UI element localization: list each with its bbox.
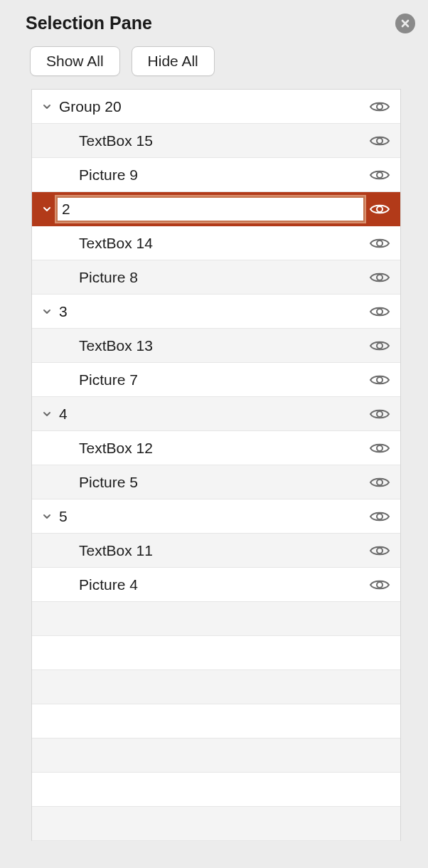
expand-toggle[interactable] <box>39 204 55 214</box>
close-icon <box>400 18 410 28</box>
visibility-toggle[interactable] <box>366 270 390 285</box>
visibility-toggle[interactable] <box>366 168 390 182</box>
chevron-down-icon <box>42 204 52 214</box>
list-item[interactable]: TextBox 13 <box>32 329 400 363</box>
svg-point-7 <box>377 343 382 349</box>
eye-icon <box>369 373 390 387</box>
eye-icon <box>369 202 390 216</box>
close-button[interactable] <box>395 14 415 33</box>
visibility-toggle[interactable] <box>366 373 390 387</box>
visibility-toggle[interactable] <box>366 441 390 455</box>
visibility-toggle[interactable] <box>366 339 390 353</box>
item-label: TextBox 12 <box>55 440 366 457</box>
svg-point-6 <box>377 309 382 314</box>
eye-icon <box>369 270 390 285</box>
svg-point-0 <box>377 104 382 110</box>
list-item[interactable]: Group 20 <box>32 90 400 124</box>
list-item[interactable]: TextBox 11 <box>32 534 400 568</box>
item-label: 4 <box>55 406 366 423</box>
eye-icon <box>369 100 390 114</box>
visibility-toggle[interactable] <box>366 407 390 421</box>
selection-pane: Selection Pane Show All Hide All Group 2… <box>0 0 428 841</box>
svg-point-9 <box>377 411 382 417</box>
svg-point-4 <box>377 240 382 246</box>
svg-point-8 <box>377 377 382 383</box>
empty-row <box>32 602 400 636</box>
empty-row <box>32 807 400 841</box>
visibility-toggle[interactable] <box>366 475 390 489</box>
eye-icon <box>369 339 390 353</box>
item-label: Group 20 <box>55 98 366 115</box>
object-list[interactable]: Group 20TextBox 15Picture 9TextBox 14Pic… <box>31 89 401 841</box>
list-item[interactable]: Picture 5 <box>32 465 400 499</box>
visibility-toggle[interactable] <box>366 100 390 114</box>
empty-row <box>32 704 400 739</box>
svg-point-12 <box>377 514 382 519</box>
visibility-toggle[interactable] <box>366 544 390 558</box>
eye-icon <box>369 578 390 592</box>
expand-toggle[interactable] <box>39 307 55 317</box>
list-item[interactable]: 4 <box>32 397 400 431</box>
svg-point-10 <box>377 445 382 451</box>
empty-row <box>32 670 400 704</box>
item-label: Picture 7 <box>55 371 366 388</box>
svg-point-1 <box>377 138 382 144</box>
empty-row <box>32 636 400 670</box>
svg-point-14 <box>377 582 382 588</box>
item-label: Picture 4 <box>55 576 366 593</box>
eye-icon <box>369 544 390 558</box>
visibility-toggle[interactable] <box>366 509 390 524</box>
item-label: Picture 8 <box>55 269 366 286</box>
visibility-toggle[interactable] <box>366 305 390 319</box>
rename-input[interactable] <box>56 196 365 222</box>
visibility-toggle[interactable] <box>366 202 390 216</box>
empty-row <box>32 773 400 807</box>
empty-row <box>32 739 400 773</box>
eye-icon <box>369 168 390 182</box>
expand-toggle[interactable] <box>39 409 55 419</box>
hide-all-button[interactable]: Hide All <box>132 46 215 76</box>
expand-toggle[interactable] <box>39 102 55 112</box>
visibility-toggle[interactable] <box>366 578 390 592</box>
list-item[interactable]: Picture 4 <box>32 568 400 602</box>
eye-icon <box>369 236 390 250</box>
item-label: TextBox 13 <box>55 337 366 354</box>
list-item[interactable] <box>32 192 400 226</box>
list-item[interactable]: Picture 9 <box>32 158 400 192</box>
toolbar: Show All Hide All <box>0 42 428 89</box>
list-item[interactable]: 5 <box>32 499 400 534</box>
visibility-toggle[interactable] <box>366 134 390 148</box>
list-item[interactable]: TextBox 15 <box>32 124 400 158</box>
item-label: 5 <box>55 508 366 525</box>
list-item[interactable]: TextBox 14 <box>32 226 400 260</box>
list-item[interactable]: Picture 7 <box>32 363 400 397</box>
list-item[interactable]: TextBox 12 <box>32 431 400 465</box>
svg-point-3 <box>377 206 382 212</box>
svg-point-5 <box>377 275 382 280</box>
show-all-button[interactable]: Show All <box>30 46 120 76</box>
item-label: TextBox 11 <box>55 542 366 559</box>
chevron-down-icon <box>42 512 52 522</box>
eye-icon <box>369 509 390 524</box>
item-label: TextBox 14 <box>55 235 366 252</box>
item-label: TextBox 15 <box>55 132 366 149</box>
list-item[interactable]: 3 <box>32 295 400 329</box>
expand-toggle[interactable] <box>39 512 55 522</box>
chevron-down-icon <box>42 102 52 112</box>
visibility-toggle[interactable] <box>366 236 390 250</box>
pane-header: Selection Pane <box>0 9 428 42</box>
rename-input-wrap <box>55 195 366 223</box>
list-item[interactable]: Picture 8 <box>32 260 400 295</box>
eye-icon <box>369 305 390 319</box>
eye-icon <box>369 475 390 489</box>
svg-point-2 <box>377 172 382 178</box>
eye-icon <box>369 441 390 455</box>
item-label: Picture 9 <box>55 166 366 184</box>
pane-title: Selection Pane <box>26 13 152 33</box>
eye-icon <box>369 407 390 421</box>
svg-point-11 <box>377 480 382 485</box>
item-label: 3 <box>55 303 366 320</box>
chevron-down-icon <box>42 307 52 317</box>
svg-point-13 <box>377 548 382 554</box>
item-label: Picture 5 <box>55 474 366 491</box>
